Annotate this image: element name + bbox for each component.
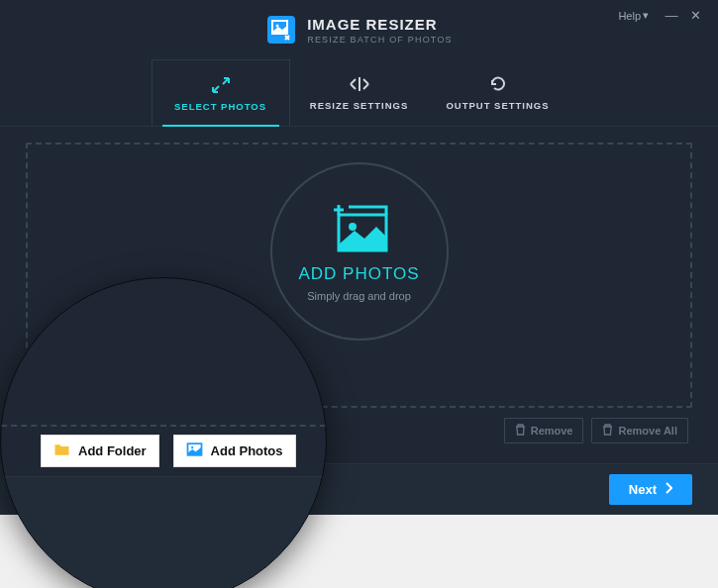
remove-all-button[interactable]: Remove All bbox=[591, 418, 688, 443]
tab-label: RESIZE SETTINGS bbox=[310, 100, 408, 111]
svg-point-5 bbox=[349, 223, 357, 231]
add-folder-button[interactable]: Add Folder bbox=[41, 435, 159, 467]
logo-area: IMAGE RESIZER RESIZE BATCH OF PHOTOS bbox=[265, 14, 453, 46]
button-label: Next bbox=[629, 482, 657, 497]
trash-icon bbox=[602, 424, 613, 438]
refresh-icon bbox=[488, 74, 508, 94]
caret-down-icon: ▾ bbox=[643, 9, 649, 22]
button-label: Remove All bbox=[618, 425, 677, 437]
remove-button[interactable]: Remove bbox=[504, 418, 584, 443]
svg-point-9 bbox=[191, 446, 193, 448]
add-photos-title: ADD PHOTOS bbox=[298, 264, 419, 284]
trash-icon bbox=[515, 424, 526, 438]
image-icon bbox=[186, 442, 203, 459]
zoom-dropzone-edge bbox=[0, 328, 327, 427]
chevron-right-icon bbox=[665, 482, 672, 497]
window-controls: Help ▾ — ✕ bbox=[618, 8, 704, 23]
tab-bar: SELECT PHOTOS RESIZE SETTINGS OUTPUT SET… bbox=[0, 59, 718, 127]
tab-label: SELECT PHOTOS bbox=[174, 101, 266, 112]
tab-output-settings[interactable]: OUTPUT SETTINGS bbox=[429, 59, 567, 126]
button-label: Remove bbox=[531, 425, 573, 437]
help-menu[interactable]: Help ▾ bbox=[618, 9, 649, 22]
next-button[interactable]: Next bbox=[609, 474, 692, 505]
add-photos-subtitle: Simply drag and drop bbox=[307, 290, 411, 302]
tab-select-photos[interactable]: SELECT PHOTOS bbox=[152, 59, 290, 126]
zoom-toolbar: Add Folder Add Photos bbox=[41, 435, 296, 467]
button-label: Add Folder bbox=[78, 443, 147, 458]
app-titles: IMAGE RESIZER RESIZE BATCH OF PHOTOS bbox=[307, 16, 453, 45]
add-image-icon bbox=[327, 201, 392, 258]
app-title: IMAGE RESIZER bbox=[307, 16, 453, 33]
minimize-icon[interactable]: — bbox=[663, 8, 680, 23]
app-logo-icon bbox=[265, 14, 297, 46]
header: IMAGE RESIZER RESIZE BATCH OF PHOTOS Hel… bbox=[0, 0, 718, 59]
zoom-lens: Add Folder Add Photos bbox=[0, 277, 327, 588]
app-subtitle: RESIZE BATCH OF PHOTOS bbox=[307, 35, 453, 45]
tab-resize-settings[interactable]: RESIZE SETTINGS bbox=[290, 59, 429, 126]
resize-horizontal-icon bbox=[348, 74, 371, 94]
add-photos-button[interactable]: Add Photos bbox=[173, 435, 296, 467]
close-icon[interactable]: ✕ bbox=[686, 8, 704, 23]
add-photos-circle[interactable]: ADD PHOTOS Simply drag and drop bbox=[270, 162, 449, 341]
expand-arrows-icon bbox=[210, 75, 232, 95]
help-label: Help bbox=[618, 10, 641, 22]
folder-icon bbox=[53, 442, 70, 459]
tab-label: OUTPUT SETTINGS bbox=[446, 100, 549, 111]
button-label: Add Photos bbox=[211, 443, 283, 458]
zoom-footer-area bbox=[0, 476, 327, 588]
